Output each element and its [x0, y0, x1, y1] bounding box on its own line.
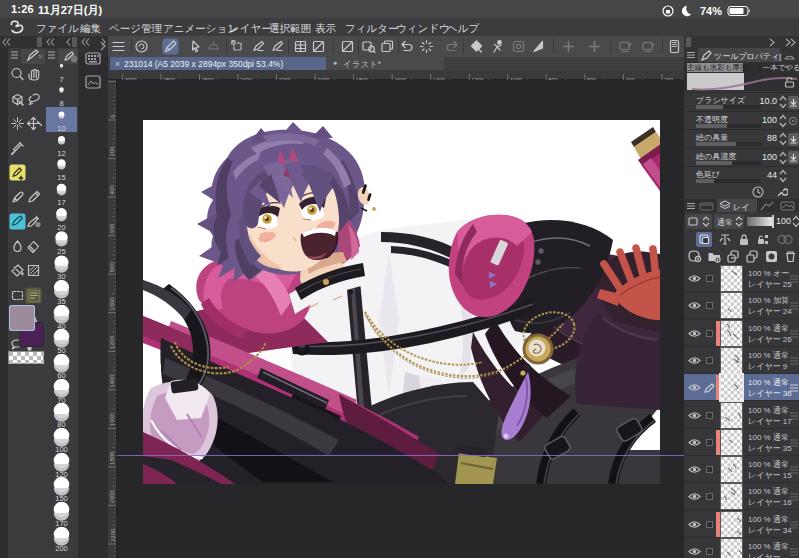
- svg-text:8: 8: [59, 99, 63, 107]
- svg-text:70: 70: [57, 395, 65, 403]
- svg-text:800: 800: [110, 262, 116, 273]
- svg-text:7: 7: [59, 74, 63, 82]
- svg-text:200: 200: [55, 543, 68, 551]
- svg-text:0: 0: [110, 114, 116, 118]
- svg-text:600: 600: [110, 223, 116, 234]
- svg-text:50: 50: [57, 346, 65, 354]
- svg-text:120: 120: [55, 469, 68, 477]
- svg-text:80: 80: [57, 420, 65, 428]
- svg-text:150: 150: [55, 494, 68, 502]
- svg-text:1000: 1000: [110, 297, 116, 311]
- svg-text:35: 35: [57, 296, 65, 304]
- svg-text:60: 60: [57, 370, 65, 378]
- svg-text:2200: 2200: [110, 528, 116, 542]
- svg-text:200: 200: [110, 146, 116, 157]
- svg-text:1600: 1600: [110, 412, 116, 426]
- svg-text:1200: 1200: [110, 335, 116, 349]
- svg-text:40: 40: [57, 321, 65, 329]
- svg-text:100: 100: [55, 445, 68, 453]
- svg-text:170: 170: [55, 519, 68, 527]
- svg-text:15: 15: [57, 173, 65, 181]
- svg-text:74%: 74%: [700, 5, 722, 17]
- svg-text:12: 12: [57, 148, 65, 156]
- svg-text:30: 30: [57, 272, 65, 280]
- svg-text:25: 25: [57, 247, 65, 255]
- svg-text:2000: 2000: [110, 489, 116, 503]
- svg-text:10: 10: [57, 123, 65, 131]
- svg-text:20: 20: [57, 222, 65, 230]
- svg-text:1800: 1800: [110, 451, 116, 465]
- svg-text:400: 400: [110, 184, 116, 195]
- svg-text:1400: 1400: [110, 374, 116, 388]
- svg-text:17: 17: [57, 198, 65, 206]
